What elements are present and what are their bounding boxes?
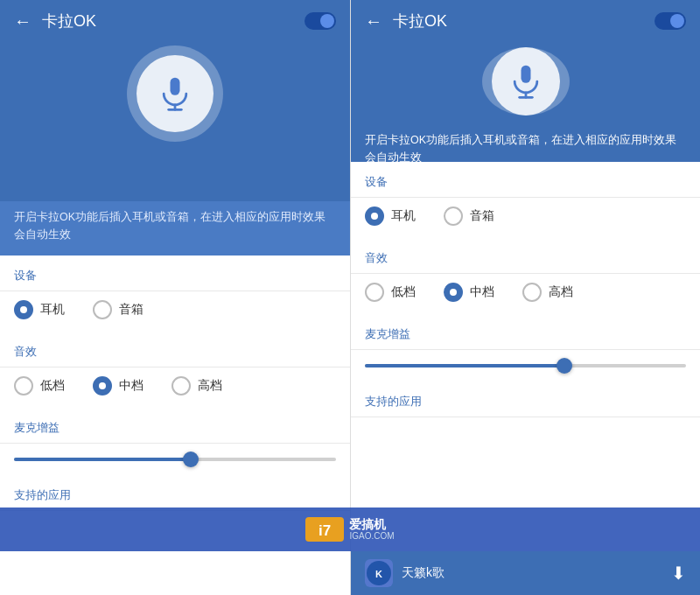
panel-2-speaker-radio[interactable] [444, 206, 463, 226]
panel-2-micgain-label: 麦克增益 [351, 314, 700, 349]
panel-1-toggle-knob [320, 14, 334, 28]
panel-2-mic-inner [492, 47, 560, 116]
panel-1-mic-inner [136, 55, 214, 132]
panel-1-slider-track[interactable] [14, 458, 336, 461]
panel-1-low-label: 低档 [40, 378, 65, 394]
panel-2-mid-label: 中档 [470, 284, 494, 300]
panel-1-slider-fill [14, 458, 191, 461]
panel-1-soundeffect-label: 音效 [0, 332, 350, 367]
app-item: K 天籁k歌 [365, 559, 444, 587]
panel-2-toggle-knob [670, 14, 684, 28]
panel-2-title: 卡拉OK [393, 10, 654, 32]
download-button[interactable]: ⬇ [671, 563, 686, 584]
panel-2-footer: K 天籁k歌 ⬇ [351, 551, 700, 595]
panel-2: ← 卡拉OK 开启卡拉OK功能后插入耳机或音箱，在进入相应的应用时效果会自动生效 [350, 0, 700, 595]
panel-2-description: 开启卡拉OK功能后插入耳机或音箱，在进入相应的应用时效果会自动生效 [351, 124, 700, 178]
panel-2-device-radio-group: 耳机 音箱 [351, 198, 700, 238]
panels-container: ← 卡拉OK 开启卡拉OK功能后插入耳机或音箱，在进入相应的应用时效果会自动生效 [0, 0, 700, 595]
panel-2-slider-track[interactable] [365, 364, 686, 368]
panel-1-device-speaker[interactable]: 音箱 [93, 300, 144, 319]
panel-2-earphone-label: 耳机 [391, 208, 416, 224]
panel-1-low-radio[interactable] [14, 376, 33, 396]
svg-text:K: K [375, 569, 382, 579]
panel-1-earphone-radio[interactable] [14, 300, 33, 319]
panel-2-mic-outer [482, 47, 570, 116]
panel-2-top-bar: ← 卡拉OK [351, 0, 700, 38]
panel-1-mid[interactable]: 中档 [93, 376, 144, 396]
panel-1-mid-radio-inner [99, 382, 106, 389]
panel-2-header: ← 卡拉OK 开启卡拉OK功能后插入耳机或音箱，在进入相应的应用时效果会自动生效 [351, 0, 700, 162]
panel-2-earphone-radio[interactable] [365, 206, 384, 226]
panel-1-content: 设备 耳机 音箱 音效 低档 [0, 256, 350, 595]
panel-2-high[interactable]: 高档 [522, 283, 573, 302]
panel-1-mid-label: 中档 [119, 378, 144, 394]
panel-1-top-bar: ← 卡拉OK [0, 0, 350, 38]
panel-2-slider-thumb[interactable] [556, 358, 572, 374]
panel-1-header: ← 卡拉OK [0, 0, 350, 201]
panel-1-mic-outer [127, 46, 223, 142]
panel-1-device-radio-group: 耳机 音箱 [0, 291, 350, 332]
app-name-label: 天籁k歌 [402, 565, 444, 581]
panel-2-high-label: 高档 [549, 284, 573, 300]
panel-1-soundeffect-radio-group: 低档 中档 高档 [0, 368, 350, 408]
panel-1-earphone-label: 耳机 [40, 302, 65, 318]
panel-2-high-radio[interactable] [522, 283, 542, 302]
panel-2-content: 设备 耳机 音箱 音效 低档 [351, 162, 700, 551]
app-icon: K [365, 559, 393, 587]
panel-2-supportedapps-label: 支持的应用 [351, 382, 700, 416]
panel-2-earphone-radio-inner [371, 213, 378, 220]
panel-1-micgain-label: 麦克增益 [0, 408, 350, 443]
panel-2-mid[interactable]: 中档 [444, 283, 494, 302]
microphone-icon [156, 74, 194, 113]
panel-1-device-label: 设备 [0, 256, 350, 290]
panel-2-slider-fill [365, 364, 564, 368]
panel-1-title: 卡拉OK [42, 10, 304, 32]
panel-2-mid-radio[interactable] [444, 283, 463, 302]
panel-2-low-radio[interactable] [365, 283, 384, 302]
panel-2-low[interactable]: 低档 [365, 283, 416, 302]
panel-1: ← 卡拉OK 开启卡拉OK功能后插入耳机或音箱，在进入相应的应用时效果会自动生效 [0, 0, 350, 595]
panel-1-back-button[interactable]: ← [14, 11, 32, 32]
svg-rect-0 [171, 78, 180, 95]
microphone-icon-2 [507, 62, 545, 101]
panel-1-earphone-radio-inner [20, 306, 27, 313]
panel-1-device-earphone[interactable]: 耳机 [14, 300, 65, 319]
panel-2-low-label: 低档 [391, 284, 416, 300]
panel-2-soundeffect-label: 音效 [351, 238, 700, 273]
panel-1-high-radio[interactable] [172, 376, 191, 396]
panel-2-device-earphone[interactable]: 耳机 [365, 206, 416, 226]
panel-2-back-button[interactable]: ← [365, 11, 382, 32]
panel-1-speaker-radio[interactable] [93, 300, 112, 319]
panel-1-description: 开启卡拉OK功能后插入耳机或音箱，在进入相应的应用时效果会自动生效 [0, 201, 350, 256]
panel-1-high-label: 高档 [198, 378, 222, 394]
panel-1-slider-thumb[interactable] [183, 452, 199, 467]
panel-2-device-speaker[interactable]: 音箱 [444, 206, 494, 226]
panel-2-speaker-label: 音箱 [470, 208, 494, 224]
panel-1-toggle[interactable] [304, 12, 336, 30]
panel-1-supportedapps-label: 支持的应用 [0, 475, 350, 510]
panel-2-toggle[interactable] [654, 12, 686, 30]
panel-1-supportedapps-divider [0, 510, 350, 511]
panel-1-mid-radio[interactable] [93, 376, 112, 396]
panel-2-supportedapps-divider [351, 416, 700, 417]
panel-2-slider-container[interactable] [351, 350, 700, 382]
panel-2-soundeffect-radio-group: 低档 中档 高档 [351, 274, 700, 314]
panel-1-slider-container[interactable] [0, 444, 350, 475]
panel-2-mid-radio-inner [450, 289, 457, 296]
panel-1-high[interactable]: 高档 [172, 376, 222, 396]
panel-1-speaker-label: 音箱 [119, 302, 144, 318]
svg-rect-3 [521, 66, 530, 83]
panel-1-low[interactable]: 低档 [14, 376, 65, 396]
app-logo-icon: K [367, 561, 391, 585]
